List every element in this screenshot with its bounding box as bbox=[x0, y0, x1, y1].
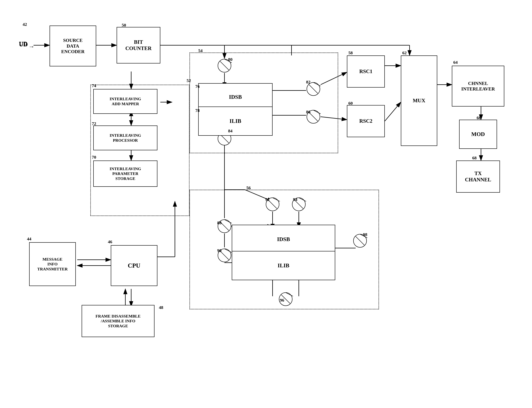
label-86: 86 bbox=[306, 110, 311, 114]
label-76: 76 bbox=[195, 84, 200, 89]
idsb-bottom: IDSB bbox=[232, 225, 335, 254]
rsc2: RSC2 bbox=[347, 105, 385, 137]
mux: MUX bbox=[401, 55, 437, 146]
label-48: 48 bbox=[159, 305, 163, 310]
label-52: 52 bbox=[187, 78, 191, 83]
label-96: 96 bbox=[280, 298, 284, 303]
interleaving-processor: INTERLEAVINGPROCESSOR bbox=[93, 126, 157, 150]
ud-arrow: → bbox=[28, 43, 34, 50]
label-88: 88 bbox=[217, 220, 221, 225]
svg-line-16 bbox=[385, 102, 401, 121]
mod: MOD bbox=[459, 120, 497, 149]
rsc1: RSC1 bbox=[347, 55, 385, 88]
tx-channel: TXCHANNEL bbox=[456, 161, 500, 193]
chnl-interleaver: CHNNELINTERLEAVER bbox=[452, 66, 504, 107]
bit-counter: BITCOUNTER bbox=[117, 27, 160, 63]
label-70: 70 bbox=[92, 155, 96, 160]
label-58: 58 bbox=[348, 50, 353, 55]
label-72: 72 bbox=[92, 121, 96, 126]
label-46: 46 bbox=[108, 239, 112, 244]
label-68: 68 bbox=[472, 155, 477, 160]
frame-disassemble: FRAME DISASSEMBLE/ASSEMBLE INFOSTORAGE bbox=[82, 305, 155, 337]
interleaving-add-mapper: INTERLEAVINGADD MAPPER bbox=[93, 89, 157, 114]
label-80: 80 bbox=[228, 57, 232, 62]
label-44: 44 bbox=[27, 236, 31, 241]
ilib-top: ILIB bbox=[198, 107, 273, 136]
label-64: 64 bbox=[453, 60, 458, 65]
label-66: 66 bbox=[477, 115, 481, 120]
label-92: 92 bbox=[265, 197, 270, 202]
label-60: 60 bbox=[348, 101, 353, 106]
source-data-encoder: SOURCEDATAENCODER bbox=[49, 26, 96, 66]
label-74: 74 bbox=[92, 83, 96, 88]
ilib-bottom: ILIB bbox=[232, 251, 335, 280]
label-78: 78 bbox=[195, 108, 200, 113]
label-50: 50 bbox=[122, 23, 126, 28]
label-84: 84 bbox=[228, 128, 232, 133]
label-54: 54 bbox=[198, 48, 203, 53]
label-90: 90 bbox=[217, 248, 221, 253]
cpu-block: CPU bbox=[111, 245, 157, 286]
ud-text: UD bbox=[19, 41, 28, 48]
label-62: 62 bbox=[402, 50, 407, 55]
label-82: 82 bbox=[306, 79, 311, 85]
label-42: 42 bbox=[23, 22, 27, 27]
label-56: 56 bbox=[246, 185, 251, 190]
label-94: 94 bbox=[293, 197, 297, 202]
label-98: 98 bbox=[363, 232, 367, 237]
message-info-transmitter: MESSAGEINFOTRANSMITTER bbox=[29, 242, 76, 286]
interleaving-param-storage: INTERLEAVINGPARAMETERSTORAGE bbox=[93, 161, 157, 187]
